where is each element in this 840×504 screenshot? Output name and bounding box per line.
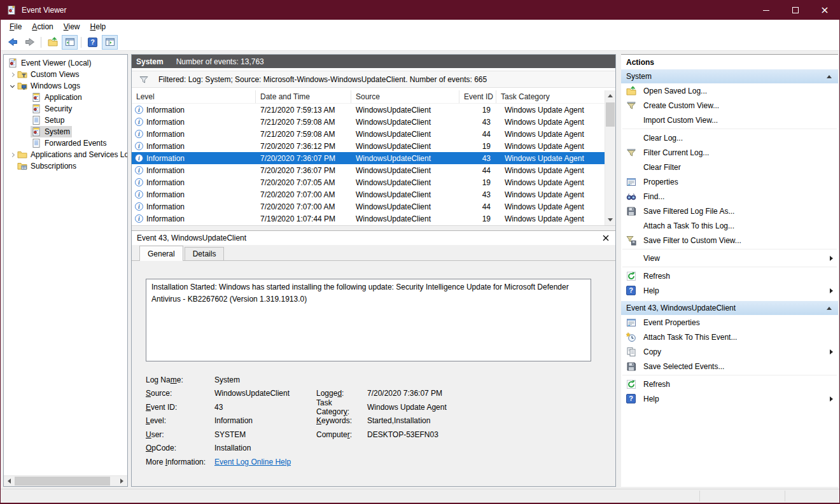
help-button[interactable]: ? bbox=[85, 35, 101, 50]
information-icon: i bbox=[135, 190, 143, 199]
action-import-custom-view[interactable]: Import Custom View... bbox=[621, 113, 838, 127]
events-vertical-scrollbar[interactable] bbox=[605, 90, 615, 225]
minimize-button[interactable] bbox=[752, 1, 781, 20]
menu-file[interactable]: File bbox=[4, 20, 27, 33]
scrollbar-thumb[interactable] bbox=[606, 102, 615, 127]
action-refresh-event[interactable]: Refresh bbox=[621, 377, 838, 391]
forward-button[interactable] bbox=[22, 35, 38, 50]
field-label: Event ID: bbox=[146, 403, 214, 412]
action-save-filtered-log[interactable]: Save Filtered Log File As... bbox=[621, 204, 838, 218]
event-viewer-icon bbox=[8, 58, 18, 68]
action-copy[interactable]: Copy bbox=[621, 344, 838, 359]
collapse-icon[interactable] bbox=[827, 75, 832, 78]
event-description[interactable]: Installation Started: Windows has starte… bbox=[146, 279, 591, 361]
action-properties[interactable]: Properties bbox=[621, 174, 838, 189]
maximize-button[interactable] bbox=[781, 1, 810, 20]
action-help-event[interactable]: ? Help bbox=[621, 391, 838, 406]
table-header-row: Level Date and Time Source Event ID Task… bbox=[132, 90, 605, 104]
export-log-button[interactable] bbox=[45, 35, 60, 50]
scroll-up-icon[interactable] bbox=[605, 90, 615, 101]
tree-node-applications-services[interactable]: Applications and Services Lo bbox=[4, 149, 127, 160]
action-help[interactable]: ? Help bbox=[621, 283, 838, 298]
tree-node-windows-logs[interactable]: Windows Logs bbox=[4, 80, 127, 92]
action-attach-task-to-event[interactable]: Attach Task To This Event... bbox=[621, 330, 838, 344]
action-filter-current-log[interactable]: Filter Current Log... bbox=[621, 145, 838, 160]
copy-icon bbox=[626, 347, 638, 357]
table-row[interactable]: iInformation 7/20/2020 7:07:00 AM Window… bbox=[132, 188, 605, 200]
floppy-icon bbox=[626, 361, 638, 372]
table-row[interactable]: iInformation 7/20/2020 7:36:07 PM Window… bbox=[132, 164, 605, 176]
expander-expanded-icon[interactable] bbox=[8, 85, 17, 87]
tab-general[interactable]: General bbox=[139, 246, 183, 261]
action-clear-log[interactable]: Clear Log... bbox=[621, 130, 838, 145]
expander-collapsed-icon[interactable] bbox=[8, 153, 17, 157]
tree-node-security[interactable]: Security bbox=[4, 103, 127, 115]
table-row[interactable]: iInformation 7/20/2020 7:07:05 AM Window… bbox=[132, 176, 605, 188]
action-open-saved-log[interactable]: Open Saved Log... bbox=[621, 83, 838, 98]
column-header-source[interactable]: Source bbox=[351, 90, 459, 103]
close-button[interactable]: × bbox=[810, 1, 839, 20]
tree-node-setup[interactable]: Setup bbox=[4, 115, 127, 126]
collapse-icon[interactable] bbox=[827, 307, 832, 310]
event-log-online-help-link[interactable]: Event Log Online Help bbox=[214, 458, 615, 466]
column-header-level[interactable]: Level bbox=[132, 90, 256, 103]
actions-section-system[interactable]: System bbox=[621, 69, 838, 83]
event-viewer-window: Event Viewer × File Action View Help ? E… bbox=[0, 0, 840, 504]
tree-horizontal-scrollbar[interactable] bbox=[4, 475, 127, 486]
tree-node-event-viewer-local[interactable]: Event Viewer (Local) bbox=[4, 57, 127, 69]
actions-section-event[interactable]: Event 43, WindowsUpdateClient bbox=[621, 301, 838, 315]
filter-funnel-icon bbox=[139, 74, 149, 85]
tree-node-system[interactable]: System bbox=[4, 126, 127, 137]
action-create-custom-view[interactable]: Create Custom View... bbox=[621, 98, 838, 113]
tab-details[interactable]: Details bbox=[185, 247, 225, 260]
action-find[interactable]: Find... bbox=[621, 189, 838, 204]
scroll-down-icon[interactable] bbox=[605, 214, 615, 225]
column-header-event-id[interactable]: Event ID bbox=[459, 90, 496, 103]
scroll-left-icon[interactable] bbox=[4, 476, 15, 486]
expander-collapsed-icon[interactable] bbox=[8, 73, 17, 76]
events-count: Number of events: 13,763 bbox=[176, 57, 264, 66]
details-close-button[interactable] bbox=[603, 235, 609, 241]
maximize-icon bbox=[792, 7, 799, 13]
column-header-date[interactable]: Date and Time bbox=[256, 90, 351, 103]
refresh-icon bbox=[626, 379, 638, 389]
scrollbar-thumb[interactable] bbox=[15, 477, 110, 486]
back-button[interactable] bbox=[4, 35, 20, 50]
menu-help[interactable]: Help bbox=[85, 20, 111, 33]
table-row[interactable]: iInformation 7/21/2020 7:59:13 AM Window… bbox=[132, 104, 605, 116]
action-save-filter-to-custom-view[interactable]: Save Filter to Custom View... bbox=[621, 233, 838, 248]
tree-node-custom-views[interactable]: Custom Views bbox=[4, 69, 127, 80]
table-row[interactable]: iInformation 7/19/2020 1:07:44 PM Window… bbox=[132, 213, 605, 225]
table-row[interactable]: iInformation 7/21/2020 7:59:08 AM Window… bbox=[132, 116, 605, 128]
tree-node-application[interactable]: Application bbox=[4, 92, 127, 103]
action-event-properties[interactable]: Event Properties bbox=[621, 315, 838, 330]
menu-view[interactable]: View bbox=[59, 20, 85, 33]
table-row[interactable]: iInformation 7/20/2020 7:36:12 PM Window… bbox=[132, 140, 605, 152]
log-header-bar: System Number of events: 13,763 bbox=[132, 55, 615, 68]
tree-node-subscriptions[interactable]: Subscriptions bbox=[4, 160, 127, 172]
action-view[interactable]: View bbox=[621, 251, 838, 265]
toolbar-separator bbox=[81, 37, 81, 48]
main-panel: System Number of events: 13,763 Filtered… bbox=[131, 54, 616, 487]
action-refresh[interactable]: Refresh bbox=[621, 269, 838, 283]
tree-node-forwarded-events[interactable]: Forwarded Events bbox=[4, 137, 127, 149]
folder-computer-icon bbox=[17, 81, 27, 91]
action-save-selected-events[interactable]: Save Selected Events... bbox=[621, 359, 838, 374]
action-attach-task-to-log[interactable]: Attach a Task To this Log... bbox=[621, 218, 838, 233]
log-plain-icon bbox=[31, 115, 41, 125]
table-row-selected[interactable]: iInformation 7/20/2020 7:36:07 PM Window… bbox=[132, 152, 605, 164]
table-row[interactable]: iInformation 7/20/2020 7:07:00 AM Window… bbox=[132, 200, 605, 213]
menu-action[interactable]: Action bbox=[27, 20, 58, 33]
actions-separator bbox=[622, 267, 837, 267]
properties-icon bbox=[626, 318, 638, 328]
details-splitter[interactable] bbox=[132, 225, 615, 230]
toggle-console-tree-button[interactable] bbox=[62, 35, 78, 50]
toggle-action-pane-button[interactable] bbox=[102, 35, 118, 50]
scroll-right-icon[interactable] bbox=[116, 476, 127, 486]
action-clear-filter[interactable]: Clear Filter bbox=[621, 160, 838, 174]
column-header-task-category[interactable]: Task Category bbox=[496, 90, 605, 103]
table-row[interactable]: iInformation 7/21/2020 7:59:08 AM Window… bbox=[132, 128, 605, 140]
console-tree-icon bbox=[65, 37, 75, 47]
log-plain-icon bbox=[31, 138, 41, 148]
toolbar-separator bbox=[41, 37, 41, 48]
